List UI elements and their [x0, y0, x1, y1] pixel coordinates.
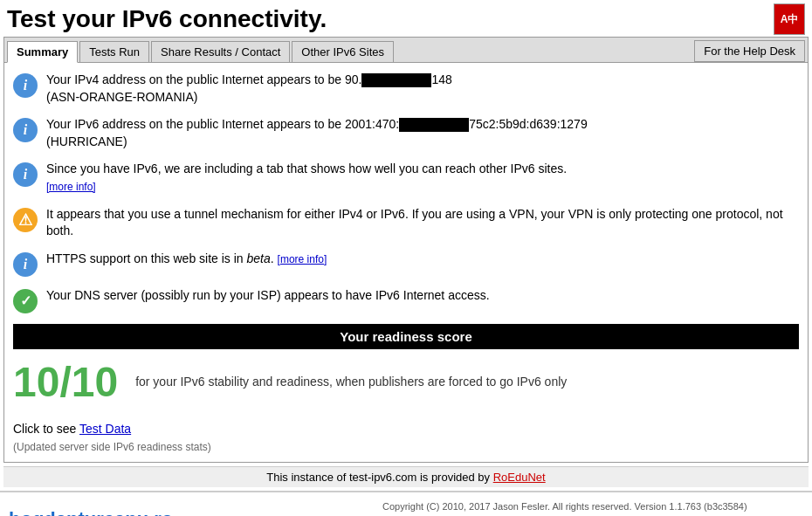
message-ipv4: i Your IPv4 address on the public Intern…	[13, 72, 799, 106]
tab-help-desk[interactable]: For the Help Desk	[694, 40, 805, 62]
success-icon: ✓	[13, 289, 38, 313]
message-tunnel-warning: ⚠ It appears that you use a tunnel mecha…	[13, 206, 799, 240]
page-title: Test your IPv6 connectivity.	[7, 5, 327, 33]
message-ipv6: i Your IPv6 address on the public Intern…	[13, 116, 799, 150]
translate-label: A中	[781, 12, 799, 27]
roedunet-link[interactable]: RoEduNet	[493, 471, 546, 484]
info-icon-2: i	[13, 118, 38, 142]
more-info-link-1[interactable]: [more info]	[46, 181, 96, 193]
readiness-bar: Your readiness score	[13, 324, 799, 349]
score-row: 10/10 for your IPv6 stability and readin…	[13, 353, 799, 411]
message-https: i HTTPS support on this web site is in b…	[13, 251, 799, 277]
info-icon-1: i	[13, 73, 38, 98]
instance-bar: This instance of test-ipv6.com is provid…	[3, 466, 809, 487]
more-info-link-2[interactable]: [more info]	[278, 253, 327, 265]
tab-tests-run[interactable]: Tests Run	[79, 41, 149, 62]
footer: bogdanturcanu.ro Copyright (C) 2010, 201…	[0, 491, 812, 516]
warning-icon: ⚠	[13, 208, 38, 232]
tab-share-results[interactable]: Share Results / Contact	[151, 41, 290, 62]
info-icon-3: i	[13, 162, 38, 187]
message-dns-success: ✓ Your DNS server (possibly run by your …	[13, 287, 799, 313]
test-data-row: Click to see Test Data	[13, 422, 799, 436]
footer-brand[interactable]: bogdanturcanu.ro	[9, 508, 173, 516]
test-data-link[interactable]: Test Data	[79, 422, 131, 436]
info-icon-4: i	[13, 252, 38, 277]
tab-other-ipv6[interactable]: Other IPv6 Sites	[292, 41, 394, 62]
score-description: for your IPv6 stability and readiness, w…	[135, 375, 567, 389]
score-number: 10/10	[13, 358, 118, 406]
footer-copyright: Copyright (C) 2010, 2017 Jason Fesler. A…	[327, 499, 803, 515]
updated-text: (Updated server side IPv6 readiness stat…	[13, 441, 799, 453]
message-ipv6-tab: i Since you have IPv6, we are including …	[13, 161, 799, 195]
translate-icon[interactable]: A中	[774, 3, 805, 35]
tab-summary[interactable]: Summary	[7, 41, 78, 63]
